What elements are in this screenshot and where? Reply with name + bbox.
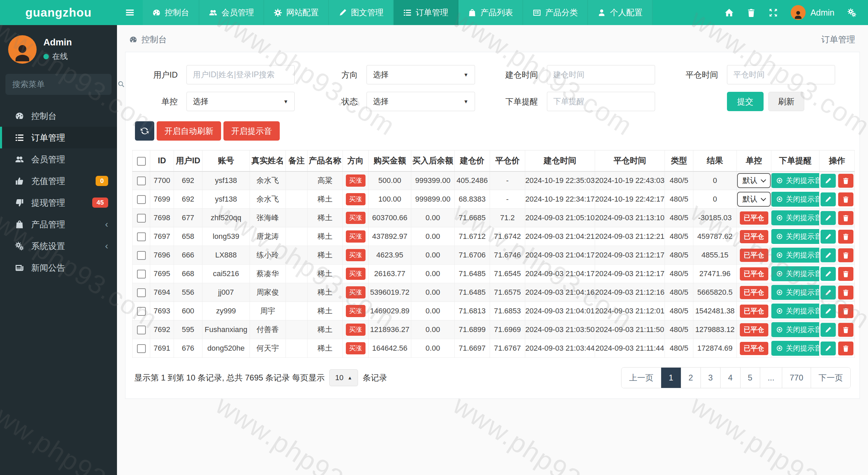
pagination-prev[interactable]: 上一页	[622, 368, 661, 388]
pagination-page-3[interactable]: 3	[701, 368, 720, 388]
sidebar-item[interactable]: 提现管理45	[0, 192, 117, 213]
row-checkbox[interactable]	[137, 326, 146, 334]
column-header[interactable]: 结果	[693, 150, 737, 171]
edit-button[interactable]	[821, 248, 836, 262]
row-checkbox[interactable]	[137, 344, 146, 353]
search-icon[interactable]	[117, 80, 125, 88]
row-checkbox[interactable]	[137, 288, 146, 297]
topnav-item[interactable]: 网站配置	[264, 0, 329, 25]
user-menu[interactable]: Admin	[791, 5, 834, 20]
sidebar-item[interactable]: 新闻公告	[0, 257, 117, 278]
status-select[interactable]: 选择▼	[367, 92, 475, 111]
edit-button[interactable]	[821, 230, 836, 244]
close-sound-button[interactable]: 关闭提示音	[771, 173, 820, 188]
column-header[interactable]: 下单提醒	[771, 150, 820, 171]
direction-select[interactable]: 选择▼	[367, 65, 475, 84]
row-checkbox[interactable]	[137, 177, 146, 185]
close-time-input[interactable]	[733, 70, 829, 79]
pagination-page-2[interactable]: 2	[681, 368, 701, 388]
sidebar-item[interactable]: 会员管理	[0, 148, 117, 170]
row-checkbox[interactable]	[137, 214, 146, 223]
close-sound-button[interactable]: 关闭提示音	[771, 210, 820, 225]
user-id-input[interactable]	[193, 70, 288, 79]
delete-button[interactable]	[838, 248, 853, 262]
pagination-page-4[interactable]: 4	[720, 368, 740, 388]
row-control-select[interactable]: 默认	[737, 173, 771, 188]
column-header[interactable]: 用户ID	[174, 150, 202, 171]
column-header[interactable]: 真实姓名	[250, 150, 286, 171]
row-checkbox[interactable]	[137, 195, 146, 204]
delete-button[interactable]	[838, 323, 853, 337]
close-sound-button[interactable]: 关闭提示音	[771, 229, 820, 244]
row-checkbox[interactable]	[137, 251, 146, 260]
topnav-item[interactable]: 图文管理	[329, 0, 394, 25]
settings-gear-icon[interactable]	[847, 8, 856, 17]
reminder-input[interactable]	[553, 97, 649, 106]
edit-button[interactable]	[821, 211, 836, 225]
close-sound-button[interactable]: 关闭提示音	[771, 285, 820, 300]
submit-button[interactable]: 提交	[727, 92, 764, 111]
delete-button[interactable]	[838, 174, 853, 188]
close-sound-button[interactable]: 关闭提示音	[771, 322, 820, 337]
pagination-page-770[interactable]: 770	[782, 368, 811, 388]
trash-icon[interactable]	[747, 8, 756, 17]
close-sound-button[interactable]: 关闭提示音	[771, 248, 820, 263]
edit-button[interactable]	[821, 323, 836, 337]
edit-button[interactable]	[821, 286, 836, 300]
breadcrumb[interactable]: 控制台	[129, 34, 167, 45]
close-sound-button[interactable]: 关闭提示音	[771, 341, 820, 356]
sidebar-item[interactable]: 充值管理0	[0, 170, 117, 192]
column-header[interactable]: 备注	[286, 150, 308, 171]
column-header[interactable]: 单控	[737, 150, 771, 171]
column-header[interactable]: 建仓时间	[525, 150, 595, 171]
delete-button[interactable]	[838, 267, 853, 281]
reload-table-button[interactable]	[135, 121, 154, 141]
sidebar-item[interactable]: 控制台	[0, 105, 117, 127]
auto-refresh-button[interactable]: 开启自动刷新	[157, 121, 221, 141]
row-checkbox[interactable]	[137, 307, 146, 316]
select-all-checkbox[interactable]	[137, 157, 146, 166]
topnav-item[interactable]: 产品分类	[523, 0, 588, 25]
edit-button[interactable]	[821, 192, 836, 206]
pagination-ellipsis[interactable]: ...	[760, 368, 782, 388]
close-sound-button[interactable]: 关闭提示音	[771, 192, 820, 207]
column-header[interactable]: 类型	[665, 150, 693, 171]
sidebar-item[interactable]: 系统设置‹	[0, 235, 117, 257]
fullscreen-icon[interactable]	[769, 8, 778, 17]
column-header[interactable]: 账号	[202, 150, 250, 171]
sidebar-item[interactable]: 产品管理‹	[0, 213, 117, 235]
column-header[interactable]: 建仓价	[455, 150, 490, 171]
close-sound-button[interactable]: 关闭提示音	[771, 266, 820, 281]
topnav-item[interactable]: 订单管理	[394, 0, 458, 25]
topnav-item[interactable]: 个人配置	[588, 0, 653, 25]
column-header[interactable]: 操作	[820, 150, 855, 171]
column-header[interactable]: 产品名称	[308, 150, 343, 171]
topnav-item[interactable]: 控制台	[143, 0, 199, 25]
topnav-item[interactable]: 产品列表	[458, 0, 523, 25]
edit-button[interactable]	[821, 174, 836, 188]
delete-button[interactable]	[838, 230, 853, 244]
pagination-page-5[interactable]: 5	[740, 368, 760, 388]
control-select[interactable]: 选择▼	[186, 92, 295, 111]
column-header[interactable]: 方向	[343, 150, 369, 171]
page-size-select[interactable]: 10 ▲	[329, 369, 358, 386]
pagination-page-1[interactable]: 1	[661, 368, 680, 388]
delete-button[interactable]	[838, 192, 853, 206]
column-header[interactable]: ID	[150, 150, 174, 171]
row-checkbox[interactable]	[137, 270, 146, 278]
delete-button[interactable]	[838, 304, 853, 318]
row-control-select[interactable]: 默认	[737, 192, 771, 207]
column-header[interactable]: 平仓价	[490, 150, 525, 171]
delete-button[interactable]	[838, 211, 853, 225]
topnav-item[interactable]: 会员管理	[199, 0, 264, 25]
column-header[interactable]: 买入后余额	[411, 150, 455, 171]
open-time-input[interactable]	[553, 70, 649, 79]
sidebar-toggle-button[interactable]	[117, 0, 143, 25]
refresh-button[interactable]: 刷新	[768, 92, 804, 111]
delete-button[interactable]	[838, 286, 853, 300]
sound-toggle-button[interactable]: 开启提示音	[223, 121, 280, 141]
edit-button[interactable]	[821, 304, 836, 318]
sidebar-item[interactable]: 订单管理	[0, 127, 117, 148]
delete-button[interactable]	[838, 342, 853, 355]
pagination-next[interactable]: 下一页	[811, 368, 850, 388]
